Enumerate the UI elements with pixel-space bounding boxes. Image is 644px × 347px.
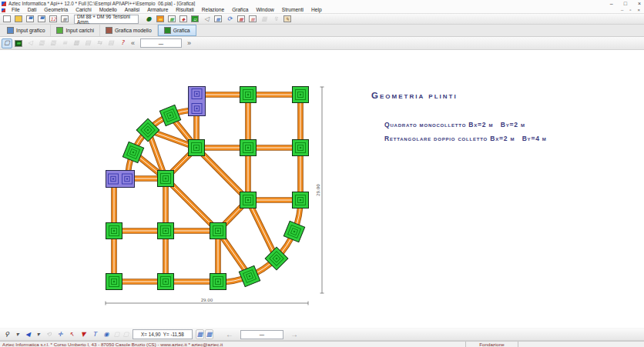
text-tool-button[interactable]: T <box>89 329 100 339</box>
menu-item-grafica[interactable]: Grafica <box>228 7 252 13</box>
sphere-tool-button[interactable]: ◉ <box>101 329 112 339</box>
next-view-arrow-button[interactable]: → <box>288 331 300 339</box>
plan-note-1: Quadrato monocolletto Bx=2 m By=2 m <box>384 121 525 128</box>
maximize-button[interactable]: □ <box>624 0 627 7</box>
plinth-square[interactable] <box>293 87 309 103</box>
plinth-square[interactable] <box>240 192 257 209</box>
window-title: Aztec Informatica * Api++ 12.0 * Full [C… <box>8 1 599 6</box>
decimals-val-button[interactable]: ▦ <box>205 329 213 339</box>
beam[interactable] <box>248 200 277 259</box>
view-prev-chevron-button[interactable]: « <box>129 40 137 47</box>
design-code-combo[interactable]: DM 88 + DM 96 Tensioni Amm. <box>74 15 139 24</box>
drawing-canvas[interactable]: 29.0029.00 Geometria plinti Quadrato mon… <box>0 50 644 328</box>
soil-layers-icon: ▬ <box>156 15 164 22</box>
menu-items: FileDatiGeometriaCarichiModelloAnalisiAr… <box>8 7 326 13</box>
tab-grafica-modello[interactable]: Grafica modello <box>100 25 158 36</box>
plinth-square[interactable] <box>106 223 122 239</box>
tab-input-carichi[interactable]: Input carichi <box>51 25 100 36</box>
snap-grid-button[interactable]: ✛ <box>55 329 65 339</box>
menu-item-dati[interactable]: Dati <box>24 7 41 13</box>
menu-item-help[interactable]: Help <box>307 7 326 13</box>
plinth-square[interactable] <box>189 140 205 156</box>
rebar-table-button[interactable]: ▦ <box>236 14 247 24</box>
status-bar: Aztec Informatica s.r.l. * Corso Umberto… <box>0 341 644 347</box>
decimals-xy-icon: ▦ <box>197 332 203 338</box>
menu-item-file[interactable]: File <box>8 7 24 13</box>
menu-item-relazione[interactable]: Relazione <box>198 7 228 13</box>
units-button[interactable]: 12 <box>48 14 59 24</box>
grid-view-icon: ▦ <box>214 15 222 22</box>
plinth-square[interactable] <box>240 140 257 156</box>
menu-item-risultati[interactable]: Risultati <box>172 7 197 13</box>
foundation-grid-button[interactable]: ▦ <box>166 14 177 24</box>
refresh-button[interactable]: ⟳ <box>224 14 235 24</box>
menu-item-carichi[interactable]: Carichi <box>72 7 96 13</box>
plinth-square[interactable] <box>106 274 122 290</box>
menu-item-armature[interactable]: Armature <box>143 7 172 13</box>
plinth-square[interactable] <box>293 192 309 209</box>
table-setup-button[interactable]: ▦ <box>59 14 70 24</box>
menu-item-strumenti[interactable]: Strumenti <box>278 7 307 13</box>
save-icon: ▀ <box>26 15 34 22</box>
zoom-tool-button[interactable]: ⚲ <box>2 329 12 339</box>
menu-item-geometria[interactable]: Geometria <box>40 7 72 13</box>
plinth-square[interactable] <box>283 221 304 242</box>
sphere-tool-icon: ◉ <box>104 332 109 338</box>
view-combo[interactable]: — <box>140 38 182 48</box>
plinth-square[interactable] <box>240 87 257 103</box>
new-file-button[interactable] <box>2 14 12 24</box>
analysis-options-button[interactable]: ◆ <box>178 14 189 24</box>
document-icon <box>2 8 5 12</box>
windows-button[interactable]: ▀ <box>36 14 47 24</box>
close-button[interactable]: × <box>638 0 641 7</box>
minimize-button[interactable]: – <box>610 0 613 7</box>
plinth-square[interactable] <box>293 140 309 156</box>
tab-grafica[interactable]: Grafica <box>158 25 196 36</box>
menu-item-modello[interactable]: Modello <box>96 7 121 13</box>
swap-icon: ⇆ <box>97 40 102 46</box>
zoom-combo[interactable]: — <box>240 330 283 339</box>
green-tool-button[interactable]: ▫ <box>190 14 200 24</box>
tab-label: Input grafico <box>16 28 45 33</box>
menu-item-analisi[interactable]: Analisi <box>121 7 143 13</box>
plinth-double-collar[interactable] <box>106 171 135 188</box>
mdi-close-button[interactable]: × <box>637 7 640 13</box>
decimals-xy-button[interactable]: ▦ <box>196 329 204 339</box>
rebar-edit-button[interactable]: ▦ <box>247 14 258 24</box>
view-next-chevron-button[interactable]: » <box>185 40 193 47</box>
zoom-dropdown-button[interactable]: ▾ <box>13 329 22 339</box>
fill-button: ▩ <box>71 38 82 48</box>
render-view-button[interactable]: ▬ <box>13 38 24 48</box>
arc-beam[interactable] <box>218 200 300 282</box>
delete-vertex-button[interactable]: ▼ <box>78 329 89 339</box>
status-mode: Fondazione <box>465 342 518 347</box>
plinth-square[interactable] <box>210 274 226 290</box>
plinth-square[interactable] <box>158 274 174 290</box>
plinth-square[interactable] <box>158 171 174 187</box>
rebar-edit-icon: ▦ <box>249 15 257 22</box>
plinth-square[interactable] <box>210 223 226 239</box>
save-button[interactable]: ▀ <box>25 14 35 24</box>
menu-item-window[interactable]: Window <box>252 7 277 13</box>
open-file-button[interactable] <box>13 14 24 24</box>
prev-view-arrow-button[interactable]: ← <box>223 331 236 339</box>
materials-button[interactable]: ● <box>143 14 154 24</box>
pan-dropdown-button[interactable]: ▾ <box>34 329 42 339</box>
plinth-square[interactable] <box>158 223 174 239</box>
sound-button[interactable]: ◁ <box>201 14 212 24</box>
soil-layers-button[interactable]: ▬ <box>155 14 166 24</box>
windows-icon: ▀ <box>38 15 45 22</box>
grid-view-button[interactable]: ▦ <box>213 14 223 24</box>
pan-tool-button[interactable]: ◀ <box>22 329 33 339</box>
filter-help-button[interactable]: ? <box>117 38 128 48</box>
tab-input-grafico[interactable]: Input grafico <box>2 25 51 36</box>
view-combo-value: — <box>159 41 163 46</box>
mdi-minimize-button[interactable]: – <box>621 7 623 13</box>
mdi-restore-button[interactable]: ▫ <box>629 7 631 13</box>
pick-entity-button[interactable]: ↖ <box>66 329 77 339</box>
zoom-dropdown-icon: ▾ <box>15 332 18 338</box>
report-edit-button[interactable]: ✎ <box>282 14 293 24</box>
plinth-double-collar[interactable] <box>189 87 206 116</box>
pan-dropdown-icon: ▾ <box>36 332 39 338</box>
select-tool-button[interactable]: ▢ <box>2 38 12 48</box>
